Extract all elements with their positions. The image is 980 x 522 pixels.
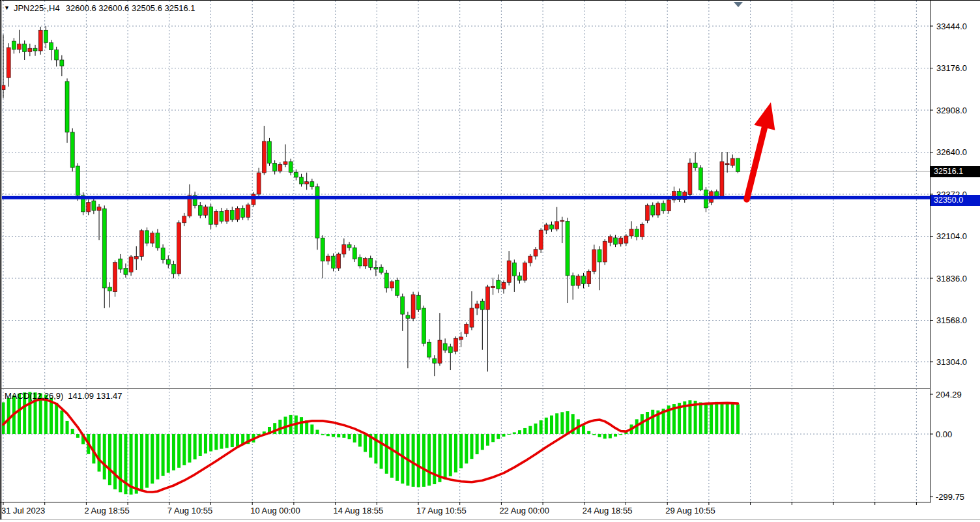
macd-histogram-bar	[300, 417, 303, 434]
macd-histogram-bar	[60, 411, 63, 434]
candle-body	[332, 256, 336, 268]
horizontal-line-object[interactable]	[2, 196, 930, 199]
macd-histogram-bar	[2, 402, 5, 434]
candle-body	[433, 358, 437, 363]
macd-histogram-bar	[194, 434, 197, 459]
candle-body	[566, 221, 569, 276]
macd-histogram-bar	[162, 434, 165, 476]
candle-body	[624, 236, 628, 243]
symbol-dropdown-icon[interactable]: ▼	[4, 5, 10, 11]
candle-body	[699, 168, 702, 190]
candle-body	[411, 295, 415, 319]
macd-histogram-bar	[332, 434, 335, 437]
candle-body	[560, 220, 564, 222]
macd-histogram-bar	[412, 434, 415, 487]
macd-histogram-bar	[316, 430, 319, 434]
macd-histogram-bar	[353, 434, 356, 442]
candle-body	[512, 263, 516, 276]
macd-histogram-bar	[513, 432, 516, 434]
candle-body	[454, 338, 457, 351]
time-axis-label: 29 Aug 10:55	[665, 506, 715, 515]
macd-histogram-bar	[401, 434, 404, 484]
candle-body	[523, 263, 527, 280]
candle-body	[347, 244, 351, 248]
hline-price-badge: 32350.0	[930, 195, 980, 206]
candle-body	[337, 254, 341, 268]
candle-body	[294, 172, 298, 177]
macd-name: MACD(12,26,9)	[5, 391, 63, 401]
macd-histogram-bar	[726, 403, 729, 434]
macd-histogram-bar	[465, 434, 468, 463]
macd-histogram-bar	[172, 434, 175, 471]
candle-body	[614, 238, 618, 244]
macd-axis-label: 204.29	[936, 390, 962, 399]
candle-body	[50, 43, 53, 50]
macd-histogram-bar	[603, 434, 607, 439]
symbol-timeframe-label: JPN225-,H4	[14, 3, 60, 13]
time-axis[interactable]: 31 Jul 20232 Aug 18:557 Aug 10:5510 Aug …	[1, 502, 916, 515]
price-axis[interactable]: 33444.033176.032908.032640.032372.032104…	[930, 22, 967, 502]
macd-histogram-bar	[103, 434, 106, 480]
macd-histogram-bar	[555, 413, 558, 434]
macd-histogram-bar	[98, 434, 101, 472]
candle-body	[283, 162, 287, 164]
price-chart-canvas[interactable]: 33444.033176.032908.032640.032372.032104…	[0, 0, 980, 522]
macd-histogram-bar	[113, 434, 117, 489]
candle-body	[262, 141, 266, 173]
macd-histogram-bar	[108, 434, 111, 485]
candle-body	[257, 173, 261, 194]
macd-histogram-bar	[225, 434, 229, 448]
trend-arrow[interactable]	[747, 102, 775, 199]
macd-histogram-bar	[704, 403, 708, 434]
macd-histogram-bar	[491, 434, 495, 442]
candle-body	[60, 60, 64, 66]
macd-histogram-bar	[486, 434, 489, 446]
candle-body	[289, 162, 293, 172]
candle-body	[485, 287, 489, 310]
candle-body	[55, 50, 59, 60]
macd-histogram-bar	[528, 426, 532, 434]
chart-shift-marker-icon[interactable]	[734, 2, 743, 7]
price-axis-label: 32640.0	[936, 147, 967, 157]
macd-histogram-bar	[55, 403, 58, 434]
macd-histogram-bar	[151, 434, 154, 484]
candle-body	[198, 205, 202, 215]
candle-body	[369, 259, 373, 268]
candle-body	[443, 343, 447, 350]
macd-histogram-bar	[619, 434, 622, 435]
candle-body	[278, 164, 282, 171]
macd-histogram-bar	[145, 434, 149, 488]
candle-body	[667, 200, 670, 211]
candle-body	[635, 229, 639, 237]
candle-body	[87, 203, 91, 212]
macd-histogram-bar	[592, 434, 596, 435]
candle-body	[422, 308, 425, 343]
macd-histogram-bar	[710, 403, 713, 434]
macd-histogram-bar	[326, 434, 330, 436]
price-axis-label: 31836.0	[936, 274, 967, 283]
candle-body	[134, 257, 138, 259]
arrow-head[interactable]	[754, 102, 775, 130]
candle-body	[268, 141, 272, 163]
candle-body	[102, 209, 106, 288]
candle-body	[252, 194, 255, 205]
time-axis-label: 10 Aug 00:00	[250, 506, 300, 515]
macd-histogram-bar	[358, 434, 362, 446]
macd-indicator	[2, 392, 740, 495]
candle-body	[539, 230, 543, 250]
candle-body	[156, 233, 160, 248]
macd-histogram-bar	[497, 434, 500, 439]
candle-body	[161, 248, 165, 259]
macd-histogram-bar	[364, 434, 367, 452]
price-axis-label: 32104.0	[936, 231, 967, 241]
candle-body	[70, 132, 74, 167]
candle-body	[406, 315, 410, 319]
candle-body	[241, 209, 245, 218]
candle-body	[427, 342, 431, 357]
candle-body	[246, 205, 250, 217]
macd-histogram-bar	[348, 434, 351, 439]
macd-histogram-bar	[699, 402, 702, 434]
macd-histogram-bar	[540, 420, 543, 434]
macd-histogram-bar	[534, 424, 538, 434]
candle-body	[448, 347, 452, 353]
